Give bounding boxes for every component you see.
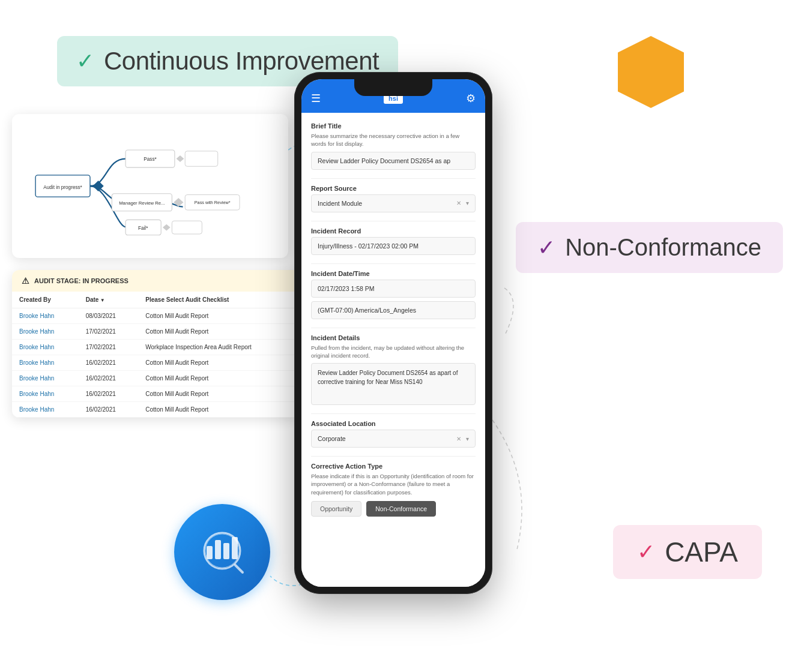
- audit-table: Created By Date Please Select Audit Chec…: [12, 292, 300, 418]
- clear-location-icon[interactable]: ✕: [456, 436, 461, 442]
- table-row: Brooke Hahn08/03/2021Cotton Mill Audit R…: [12, 308, 300, 324]
- table-cell[interactable]: Brooke Hahn: [12, 324, 79, 340]
- corrective-action-section: Corrective Action Type Please indicate i…: [311, 463, 476, 517]
- col-date: Date: [79, 292, 139, 308]
- table-row: Brooke Hahn17/02/2021Cotton Mill Audit R…: [12, 324, 300, 340]
- table-cell[interactable]: Brooke Hahn: [12, 402, 79, 418]
- table-cell: 17/02/2021: [79, 340, 139, 355]
- table-cell: Cotton Mill Audit Report: [138, 371, 300, 386]
- table-cell: 16/02/2021: [79, 386, 139, 402]
- phone-mockup: ☰ hsi ⚙ Brief Title Please summarize the…: [294, 72, 492, 594]
- table-cell: Workplace Inspection Area Audit Report: [138, 340, 300, 355]
- nc-check-icon: ✓: [537, 237, 555, 259]
- audit-card: ⚠ AUDIT STAGE: IN PROGRESS Created By Da…: [12, 270, 300, 418]
- svg-marker-0: [618, 36, 684, 108]
- svg-text:Manager Review Re...: Manager Review Re...: [119, 200, 165, 206]
- table-row: Brooke Hahn16/02/2021Cotton Mill Audit R…: [12, 371, 300, 386]
- table-cell: Cotton Mill Audit Report: [138, 355, 300, 371]
- table-cell: 17/02/2021: [79, 324, 139, 340]
- clear-icon[interactable]: ✕: [456, 200, 461, 206]
- ci-check-icon: ✓: [76, 50, 94, 72]
- table-cell: 16/02/2021: [79, 402, 139, 418]
- corrective-action-sublabel: Please indicate if this is an Opportunit…: [311, 472, 476, 496]
- dropdown-location-arrow-icon[interactable]: ▾: [466, 436, 469, 442]
- phone-form: Brief Title Please summarize the necessa…: [301, 113, 485, 587]
- corrective-action-label: Corrective Action Type: [311, 463, 476, 470]
- audit-stage-label: AUDIT STAGE: IN PROGRESS: [34, 277, 128, 284]
- svg-text:Pass with Review*: Pass with Review*: [195, 200, 231, 205]
- associated-location-label: Associated Location: [311, 420, 476, 427]
- report-source-value: Incident Module: [318, 200, 362, 207]
- table-cell: 16/02/2021: [79, 371, 139, 386]
- menu-icon[interactable]: ☰: [311, 92, 321, 105]
- table-cell[interactable]: Brooke Hahn: [12, 340, 79, 355]
- table-cell[interactable]: Brooke Hahn: [12, 371, 79, 386]
- audit-stage-header: ⚠ AUDIT STAGE: IN PROGRESS: [12, 270, 300, 292]
- brief-title-label: Brief Title: [311, 122, 476, 130]
- brief-title-input[interactable]: Review Ladder Policy Document DS2654 as …: [311, 152, 476, 170]
- brief-title-section: Brief Title Please summarize the necessa…: [311, 122, 476, 170]
- ci-label: Continuous Improvement: [104, 47, 379, 76]
- table-cell: Cotton Mill Audit Report: [138, 308, 300, 324]
- brief-title-sublabel: Please summarize the necessary correctiv…: [311, 132, 476, 148]
- non-conformance-badge: ✓ Non-Conformance: [516, 222, 783, 273]
- svg-marker-6: [177, 155, 184, 162]
- opportunity-radio[interactable]: Opportunity: [311, 501, 361, 517]
- svg-rect-17: [207, 546, 213, 559]
- incident-datetime-section: Incident Date/Time 02/17/2023 1:58 PM (G…: [311, 270, 476, 319]
- warning-icon: ⚠: [22, 276, 29, 286]
- report-source-select[interactable]: Incident Module ✕ ▾: [311, 194, 476, 212]
- report-source-label: Report Source: [311, 185, 476, 192]
- dropdown-arrow-icon[interactable]: ▾: [466, 200, 469, 206]
- nc-label: Non-Conformance: [565, 234, 761, 261]
- associated-location-select[interactable]: Corporate ✕ ▾: [311, 430, 476, 448]
- incident-details-textarea[interactable]: Review Ladder Policy Document DS2654 as …: [311, 363, 476, 405]
- hexagon-decoration: [612, 33, 690, 111]
- associated-location-section: Associated Location Corporate ✕ ▾: [311, 420, 476, 448]
- non-conformance-radio[interactable]: Non-Conformance: [366, 501, 436, 517]
- table-cell[interactable]: Brooke Hahn: [12, 386, 79, 402]
- svg-text:Pass*: Pass*: [144, 157, 157, 162]
- svg-text:Fail*: Fail*: [138, 226, 148, 231]
- svg-rect-7: [185, 151, 218, 166]
- table-cell: Cotton Mill Audit Report: [138, 324, 300, 340]
- corrective-action-radio-group: Opportunity Non-Conformance: [311, 501, 476, 517]
- table-cell[interactable]: Brooke Hahn: [12, 355, 79, 371]
- svg-rect-16: [172, 221, 202, 234]
- workflow-card: Audit in progress* Pass* Manager Review …: [12, 114, 288, 258]
- table-cell: 08/03/2021: [79, 308, 139, 324]
- table-cell: Cotton Mill Audit Report: [138, 386, 300, 402]
- analytics-circle: [174, 504, 270, 600]
- col-checklist: Please Select Audit Checklist: [138, 292, 300, 308]
- incident-details-section: Incident Details Pulled from the inciden…: [311, 334, 476, 406]
- workflow-inner: Audit in progress* Pass* Manager Review …: [12, 114, 288, 258]
- phone-notch: [354, 79, 432, 96]
- incident-date-input[interactable]: 02/17/2023 1:58 PM: [311, 280, 476, 298]
- capa-badge: ✓ CAPA: [613, 525, 762, 579]
- incident-tz-input[interactable]: (GMT-07:00) America/Los_Angeles: [311, 301, 476, 319]
- capa-check-icon: ✓: [637, 541, 655, 563]
- report-source-section: Report Source Incident Module ✕ ▾: [311, 185, 476, 212]
- associated-location-value: Corporate: [318, 435, 346, 442]
- phone-screen: ☰ hsi ⚙ Brief Title Please summarize the…: [301, 79, 485, 587]
- incident-record-input[interactable]: Injury/Illness - 02/17/2023 02:00 PM: [311, 237, 476, 255]
- incident-datetime-label: Incident Date/Time: [311, 270, 476, 277]
- table-row: Brooke Hahn16/02/2021Cotton Mill Audit R…: [12, 386, 300, 402]
- table-cell: 16/02/2021: [79, 355, 139, 371]
- table-cell[interactable]: Brooke Hahn: [12, 308, 79, 324]
- incident-details-sublabel: Pulled from the incident, may be updated…: [311, 344, 476, 360]
- col-created-by: Created By: [12, 292, 79, 308]
- incident-record-label: Incident Record: [311, 227, 476, 235]
- svg-rect-18: [215, 540, 221, 559]
- svg-marker-15: [163, 224, 171, 231]
- table-cell: Cotton Mill Audit Report: [138, 402, 300, 418]
- settings-icon[interactable]: ⚙: [466, 92, 476, 105]
- svg-text:Audit in progress*: Audit in progress*: [43, 185, 82, 190]
- capa-label: CAPA: [665, 536, 738, 568]
- svg-rect-19: [223, 543, 229, 559]
- workflow-svg: Audit in progress* Pass* Manager Review …: [24, 126, 276, 246]
- table-row: Brooke Hahn16/02/2021Cotton Mill Audit R…: [12, 402, 300, 418]
- analytics-icon: [198, 528, 246, 576]
- incident-record-section: Incident Record Injury/Illness - 02/17/2…: [311, 227, 476, 255]
- svg-line-22: [235, 565, 243, 572]
